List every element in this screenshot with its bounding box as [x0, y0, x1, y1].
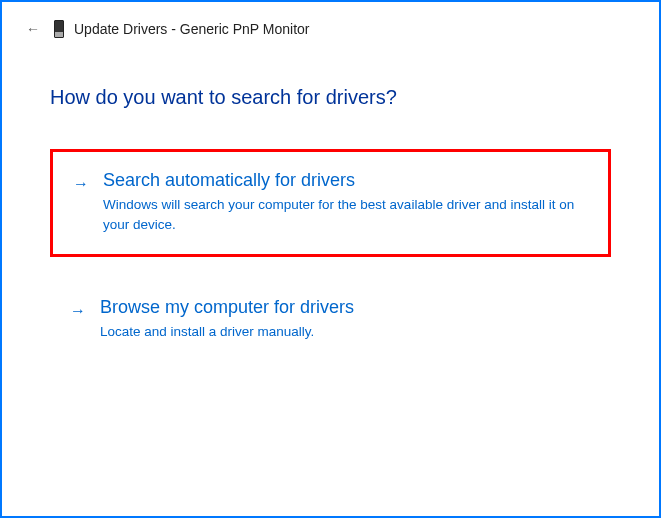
window-header: ← Update Drivers - Generic PnP Monitor — [2, 2, 659, 48]
window-title: Update Drivers - Generic PnP Monitor — [74, 21, 310, 37]
option-description: Locate and install a driver manually. — [100, 322, 591, 342]
browse-computer-option[interactable]: → Browse my computer for drivers Locate … — [50, 279, 611, 362]
search-question-heading: How do you want to search for drivers? — [50, 86, 611, 109]
monitor-device-icon — [54, 20, 64, 38]
back-arrow-icon[interactable]: ← — [22, 18, 44, 40]
option-body: Browse my computer for drivers Locate an… — [100, 297, 591, 342]
arrow-right-icon: → — [70, 300, 86, 342]
option-title: Search automatically for drivers — [103, 170, 588, 191]
option-body: Search automatically for drivers Windows… — [103, 170, 588, 234]
search-automatically-option[interactable]: → Search automatically for drivers Windo… — [50, 149, 611, 257]
arrow-right-icon: → — [73, 173, 89, 234]
content-area: How do you want to search for drivers? →… — [2, 48, 659, 382]
option-title: Browse my computer for drivers — [100, 297, 591, 318]
option-description: Windows will search your computer for th… — [103, 195, 588, 234]
update-drivers-window: ← Update Drivers - Generic PnP Monitor H… — [0, 0, 661, 518]
